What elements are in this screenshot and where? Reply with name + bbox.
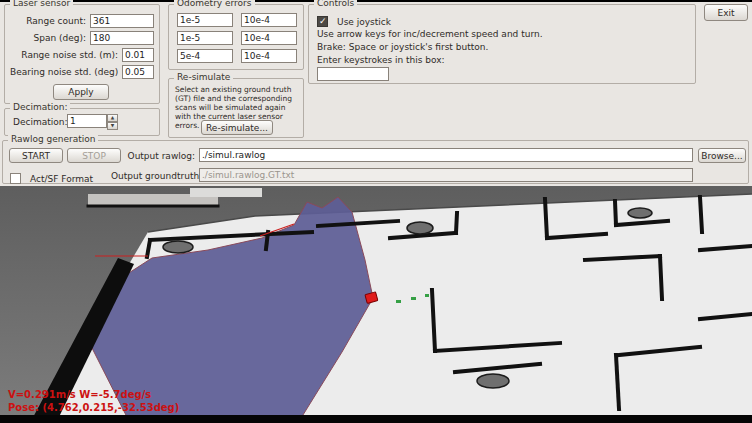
use-joystick-label: Use joystick <box>337 17 391 27</box>
hint-brake: Brake: Space or joystick's first button. <box>317 42 488 52</box>
3d-viewport[interactable]: V=0.291m/s W=-5.7deg/s Pose: (4.762,0.21… <box>0 186 752 415</box>
decimation-label: Decimation: <box>13 117 67 127</box>
checkbox-unchecked-icon <box>10 173 21 184</box>
decimation-group-title: Decimation: <box>10 102 70 113</box>
range-noise-input[interactable] <box>122 48 154 62</box>
exit-button[interactable]: Exit <box>704 4 748 21</box>
odometry-errors-group: Odometry errors <box>168 4 304 70</box>
actsf-format-label: Act/SF Format <box>30 174 93 184</box>
top-control-panel: Laser sensor Range count: Span (deg): Ra… <box>0 2 752 186</box>
hint-keystrokes: Enter keystrokes in this box: <box>317 55 445 65</box>
stop-button[interactable]: STOP <box>67 148 121 163</box>
decimation-spinner[interactable] <box>67 114 107 128</box>
app-window: Laser sensor Range count: Span (deg): Ra… <box>0 0 752 423</box>
decimation-group: Decimation: Decimation: ▲ ▼ <box>4 108 160 136</box>
bearing-noise-label: Bearing noise std. (deg): <box>10 67 118 77</box>
bearing-noise-input[interactable] <box>122 65 154 79</box>
resimulate-button[interactable]: Re-simulate... <box>201 120 273 135</box>
hint-arrow-keys: Use arrow keys for inc/decrement speed a… <box>317 29 543 39</box>
bottom-black-bar <box>0 415 752 423</box>
odometry-input-r2c1[interactable] <box>241 49 297 63</box>
laser-sensor-group-title: Laser sensor <box>10 0 73 9</box>
simulation-scene: V=0.291m/s W=-5.7deg/s Pose: (4.762,0.21… <box>0 186 752 415</box>
range-count-input[interactable] <box>90 14 154 28</box>
apply-button[interactable]: Apply <box>53 84 109 100</box>
range-count-label: Range count: <box>10 16 86 26</box>
output-groundtruth-label: Output groundtruth: <box>111 171 195 181</box>
output-rawlog-label: Output rawlog: <box>123 151 195 161</box>
rawlog-generation-group: Rawlog generation START STOP Output rawl… <box>2 140 749 184</box>
odometry-input-r2c0[interactable] <box>177 49 233 63</box>
spinner-up-icon[interactable]: ▲ <box>107 114 118 122</box>
rawlog-generation-group-title: Rawlog generation <box>8 134 98 145</box>
checkbox-checked-icon <box>317 16 328 27</box>
spinner-down-icon[interactable]: ▼ <box>107 122 118 130</box>
actsf-format-checkbox[interactable]: Act/SF Format <box>10 168 93 187</box>
range-noise-label: Range noise std. (m): <box>10 50 118 60</box>
controls-group: Controls Use joystick Use arrow keys for… <box>308 4 696 84</box>
span-input[interactable] <box>90 31 154 45</box>
distant-floor-sliver <box>190 188 262 197</box>
resimulate-group-title: Re-simulate <box>174 72 233 83</box>
use-joystick-checkbox[interactable]: Use joystick <box>317 11 391 30</box>
browse-button[interactable]: Browse... <box>698 148 746 163</box>
resimulate-group: Re-simulate Select an existing ground tr… <box>168 78 304 138</box>
output-groundtruth-input <box>199 168 693 182</box>
keystroke-input[interactable] <box>317 67 389 81</box>
span-label: Span (deg): <box>10 33 86 43</box>
odometry-errors-group-title: Odometry errors <box>174 0 255 9</box>
start-button[interactable]: START <box>9 148 63 163</box>
controls-group-title: Controls <box>314 0 357 9</box>
odometry-input-r0c0[interactable] <box>177 13 233 27</box>
velocity-status-text: V=0.291m/s W=-5.7deg/s <box>8 389 151 400</box>
output-rawlog-input[interactable] <box>199 148 693 162</box>
odometry-input-r1c0[interactable] <box>177 31 233 45</box>
laser-sensor-group: Laser sensor Range count: Span (deg): Ra… <box>4 4 160 104</box>
pose-status-text: Pose: (4.762,0.215,-32.53deg) <box>8 402 179 413</box>
odometry-input-r1c1[interactable] <box>241 31 297 45</box>
odometry-input-r0c1[interactable] <box>241 13 297 27</box>
